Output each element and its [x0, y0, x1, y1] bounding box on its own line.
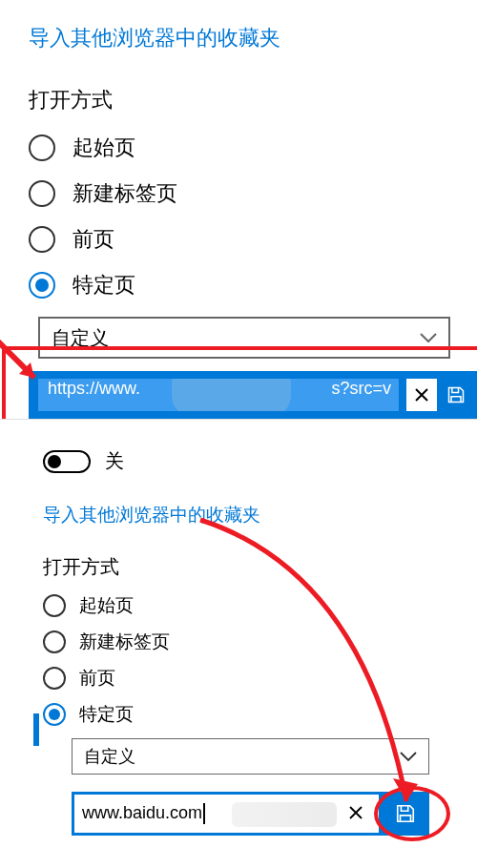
import-favorites-link[interactable]: 导入其他浏览器中的收藏夹	[43, 503, 429, 527]
radio-icon	[29, 134, 55, 161]
save-icon	[395, 803, 416, 824]
radio-icon	[43, 667, 66, 690]
clear-url-button[interactable]	[406, 379, 437, 411]
radio-new-tab[interactable]: 新建标签页	[43, 630, 429, 654]
radio-label: 新建标签页	[79, 630, 170, 654]
clear-url-button[interactable]	[341, 801, 371, 826]
radio-icon	[43, 630, 66, 653]
url-entry-bar: https://www. s?src=v	[29, 371, 477, 419]
radio-label: 新建标签页	[73, 179, 177, 208]
open-with-title: 打开方式	[43, 554, 429, 580]
radio-label: 特定页	[73, 271, 135, 300]
radio-label: 起始页	[79, 593, 134, 618]
text-cursor-icon	[203, 803, 205, 824]
radio-icon	[29, 272, 55, 299]
radio-label: 前页	[73, 225, 114, 254]
radio-icon	[43, 594, 66, 617]
toggle-knob-icon	[48, 455, 61, 468]
radio-icon	[29, 226, 55, 253]
import-favorites-link[interactable]: 导入其他浏览器中的收藏夹	[29, 24, 448, 52]
radio-icon	[43, 703, 66, 726]
close-icon	[414, 387, 429, 403]
radio-label: 起始页	[73, 134, 135, 162]
url-text: https://www.	[48, 379, 140, 398]
redaction-overlay	[172, 379, 291, 411]
url-input[interactable]: www.baidu.com	[72, 792, 382, 836]
radio-previous-page[interactable]: 前页	[43, 666, 429, 691]
radio-label: 前页	[79, 666, 115, 691]
radio-start-page[interactable]: 起始页	[43, 593, 429, 618]
url-input[interactable]: https://www. s?src=v	[38, 379, 399, 411]
url-suffix: s?src=v	[331, 379, 391, 399]
radio-start-page[interactable]: 起始页	[29, 134, 448, 162]
open-with-title: 打开方式	[29, 86, 448, 114]
radio-specific-page[interactable]: 特定页	[29, 271, 448, 300]
radio-specific-page[interactable]: 特定页	[43, 702, 429, 727]
toggle-switch[interactable]	[43, 450, 91, 473]
save-icon	[446, 385, 466, 404]
selection-indicator-bar	[33, 713, 39, 746]
radio-label: 特定页	[79, 702, 134, 727]
toggle-label: 关	[105, 448, 124, 474]
toggle-row: 关	[43, 448, 429, 474]
page-type-select[interactable]: 自定义	[72, 738, 429, 775]
url-text: www.baidu.com	[82, 803, 205, 824]
radio-icon	[29, 180, 55, 207]
radio-new-tab[interactable]: 新建标签页	[29, 179, 448, 208]
close-icon	[348, 805, 363, 820]
chevron-down-icon	[400, 752, 417, 761]
chevron-down-icon	[420, 333, 437, 342]
radio-previous-page[interactable]: 前页	[29, 225, 448, 254]
redaction-overlay	[232, 802, 337, 827]
settings-panel-bottom: 关 导入其他浏览器中的收藏夹 打开方式 起始页 新建标签页 前页 特定页 自定义	[0, 420, 477, 868]
select-value: 自定义	[84, 745, 135, 768]
save-url-button[interactable]	[382, 792, 429, 836]
save-url-button[interactable]	[445, 379, 467, 411]
url-entry-row: www.baidu.com	[72, 792, 429, 836]
settings-panel-top: 导入其他浏览器中的收藏夹 打开方式 起始页 新建标签页 前页 特定页 自定义 h…	[0, 0, 477, 420]
